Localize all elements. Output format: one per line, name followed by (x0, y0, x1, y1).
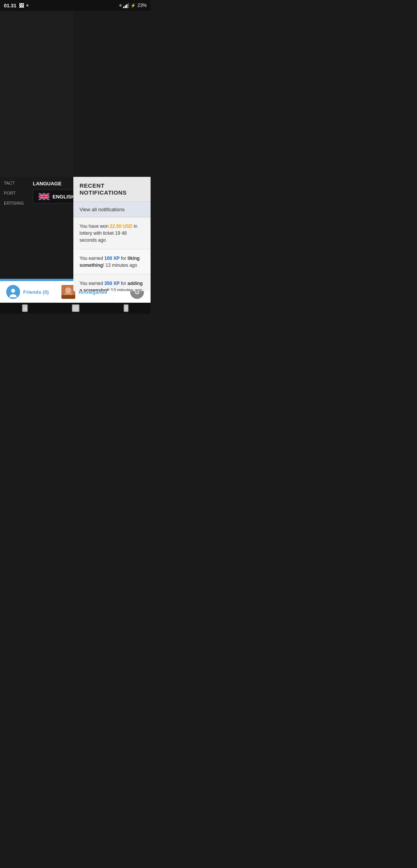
status-dot-right (119, 4, 122, 7)
notification-header: RECENT NOTIFICATIONS (73, 177, 151, 202)
android-nav-bar: ◀ ⬤ ■ (0, 303, 151, 314)
battery-percent: 23% (137, 3, 147, 8)
home-button[interactable]: ⬤ (72, 304, 80, 312)
battery-lightning: ⚡ (131, 3, 136, 8)
notification-item-1: You have won 22.50 USD in lottery with t… (73, 217, 151, 249)
svg-point-2 (11, 289, 15, 293)
footer-link-port[interactable]: PORT (4, 191, 24, 195)
language-value: ENGLISH (53, 194, 75, 200)
notif3-suffix: for (120, 281, 128, 286)
main-content-area (0, 11, 73, 177)
back-button[interactable]: ◀ (22, 304, 28, 312)
signal-bars (123, 3, 129, 8)
notification-header-text: RECENT NOTIFICATIONS (80, 182, 127, 196)
notification-panel: RECENT NOTIFICATIONS View all notificati… (73, 177, 151, 291)
nav-item-friends[interactable]: Friends (0) (0, 281, 55, 303)
notif3-end: ! 13 minutes ago (108, 288, 142, 291)
time-display: 01.31 (4, 3, 17, 8)
footer-nav-links: TACT PORT ERTISING (4, 181, 24, 211)
notif3-highlight: 350 XP (104, 281, 119, 286)
notif3-prefix: You earned (80, 281, 104, 286)
recents-button[interactable]: ■ (124, 304, 128, 312)
footer-link-contact[interactable]: TACT (4, 181, 24, 185)
friends-label: Friends (0) (23, 289, 49, 295)
notif2-end: ! 13 minutes ago (103, 263, 137, 268)
friends-avatar-icon (8, 287, 19, 297)
status-right: ⚡ 23% (119, 3, 147, 8)
notif2-suffix: for (120, 256, 128, 261)
uk-flag-icon (39, 193, 49, 200)
image-icon: 🖼 (19, 3, 24, 8)
notif2-prefix: You earned (80, 256, 104, 261)
status-bar: 01.31 🖼 ⚡ 23% (0, 0, 151, 11)
notif1-highlight: 22.50 USD (110, 224, 132, 229)
status-dot (26, 4, 29, 7)
friends-avatar (6, 285, 20, 299)
svg-point-6 (65, 287, 71, 293)
svg-rect-7 (61, 295, 75, 299)
status-left: 01.31 🖼 (4, 3, 29, 8)
notification-item-3: You earned 350 XP for adding a screensho… (73, 275, 151, 291)
view-all-notifications-button[interactable]: View all notifications (73, 202, 151, 217)
footer-link-advertising[interactable]: ERTISING (4, 201, 24, 205)
notif1-prefix: You have won (80, 224, 110, 229)
notif2-highlight: 100 XP (104, 256, 119, 261)
notification-item-2: You earned 100 XP for liking something! … (73, 249, 151, 275)
